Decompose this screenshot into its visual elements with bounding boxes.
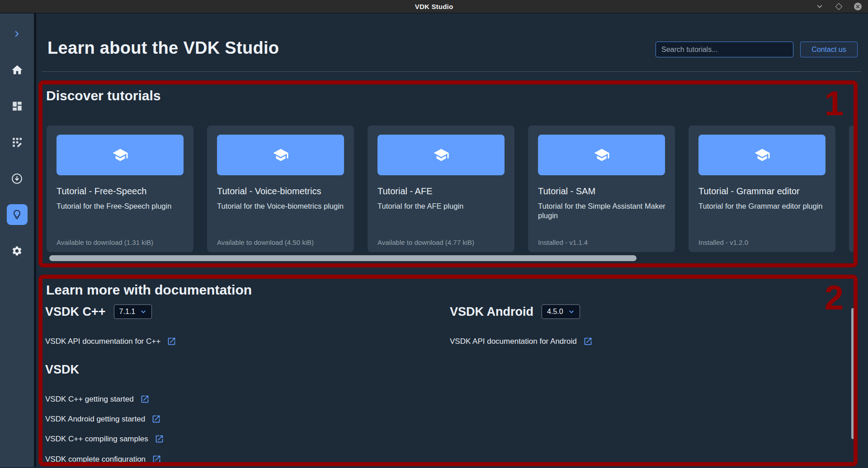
card-status: Available to download (4.50 kiB) [217, 239, 314, 246]
page-title: Learn about the VDK Studio [47, 38, 279, 58]
horizontal-scrollbar[interactable] [49, 255, 637, 261]
chevron-down-icon [140, 309, 146, 315]
chevron-right-icon [11, 28, 23, 40]
vsdk-cpp-getting-started-link[interactable]: VSDK C++ getting started [45, 394, 150, 404]
sidebar [0, 14, 36, 467]
link-label: VSDK API documentation for C++ [45, 337, 160, 346]
cpp-api-doc-link[interactable]: VSDK API documentation for C++ [45, 337, 176, 346]
tutorial-card-partial[interactable] [849, 126, 854, 252]
card-description: Tutorial for the Grammar editor plugin [698, 201, 827, 211]
titlebar: VDK Studio [0, 0, 868, 14]
card-title: Tutorial - SAM [538, 186, 595, 197]
close-button[interactable] [854, 2, 862, 10]
external-link-icon [155, 434, 164, 444]
link-label: VSDK API documentation for Android [450, 337, 577, 346]
vsdk-android-row: VSDK Android 4.5.0 [450, 304, 580, 319]
card-status: Available to download (1.31 kiB) [57, 239, 153, 246]
sidebar-item-settings[interactable] [7, 240, 28, 261]
link-label: VSDK C++ getting started [45, 395, 134, 404]
card-banner [538, 135, 665, 175]
vsdk-cpp-title: VSDK C++ [45, 305, 106, 319]
gear-icon [11, 245, 23, 257]
link-label: VSDK Android getting started [45, 415, 145, 424]
vsdk-android-title: VSDK Android [450, 305, 533, 319]
school-icon [112, 147, 128, 163]
chevron-down-icon [816, 3, 823, 10]
link-label: VSDK complete configuration [45, 455, 146, 463]
vsdk-title: VSDK [45, 363, 79, 377]
link-label: VSDK C++ compiling samples [45, 435, 148, 444]
card-title: Tutorial - Voice-biometrics [217, 186, 321, 197]
discover-tutorials-section: 1 Discover tutorials Tutorial - Free-Spe… [38, 80, 858, 267]
minimize-button[interactable] [816, 2, 824, 10]
external-link-icon [167, 337, 176, 346]
discover-tutorials-heading: Discover tutorials [46, 88, 160, 103]
school-icon [594, 147, 610, 163]
home-icon [11, 64, 24, 76]
vsdk-android-version-select[interactable]: 4.5.0 [542, 304, 580, 319]
card-banner [57, 135, 184, 175]
school-icon [754, 147, 770, 163]
card-description: Tutorial for the AFE plugin [377, 201, 506, 211]
card-status: Installed - v1.2.0 [698, 239, 748, 246]
tutorial-cards-row: Tutorial - Free-Speech Tutorial for the … [47, 126, 854, 252]
tutorial-card[interactable]: Tutorial - Voice-biometrics Tutorial for… [207, 126, 354, 252]
android-api-doc-link[interactable]: VSDK API documentation for Android [450, 337, 593, 346]
maximize-button[interactable] [835, 2, 843, 10]
card-status: Installed - v1.1.4 [538, 239, 588, 246]
documentation-heading: Learn more with documentation [46, 282, 252, 298]
external-link-icon [140, 394, 150, 404]
vsdk-android-getting-started-link[interactable]: VSDK Android getting started [45, 414, 161, 424]
vsdk-cpp-version-select[interactable]: 7.1.1 [114, 304, 152, 319]
vsdk-cpp-row: VSDK C++ 7.1.1 [45, 304, 152, 319]
vertical-scrollbar[interactable] [851, 308, 854, 439]
card-banner [377, 135, 505, 175]
vsdk-complete-configuration-link[interactable]: VSDK complete configuration [45, 454, 161, 462]
card-status: Available to download (4.77 kiB) [377, 239, 474, 246]
tutorial-card[interactable]: Tutorial - Grammar editor Tutorial for t… [689, 126, 835, 252]
card-description: Tutorial for the Simple Assistant Maker … [538, 201, 667, 221]
vsdk-cpp-compiling-samples-link[interactable]: VSDK C++ compiling samples [45, 434, 164, 444]
sidebar-item-expand[interactable] [7, 23, 28, 44]
vsdk-row: VSDK [45, 363, 79, 377]
documentation-section: 2 Learn more with documentation VSDK C++… [38, 275, 858, 466]
card-description: Tutorial for the Voice-biometrics plugin [217, 201, 346, 211]
window-title: VDK Studio [415, 3, 453, 10]
card-title: Tutorial - AFE [377, 186, 433, 197]
contact-us-button[interactable]: Contact us [800, 42, 858, 57]
external-link-icon [152, 454, 161, 462]
sidebar-item-home[interactable] [7, 60, 28, 80]
card-title: Tutorial - Grammar editor [698, 186, 800, 197]
card-description: Tutorial for the Free-Speech plugin [57, 201, 185, 211]
external-link-icon [583, 337, 593, 346]
main-content: Learn about the VDK Studio Contact us 1 … [36, 14, 868, 467]
card-banner [217, 135, 344, 175]
vsdk-android-version-value: 4.5.0 [547, 308, 563, 316]
annotation-number-1: 1 [825, 86, 844, 121]
external-link-icon [151, 414, 161, 424]
diamond-icon [835, 3, 842, 10]
search-input[interactable] [656, 42, 793, 57]
download-icon [11, 173, 23, 185]
sidebar-item-dashboard[interactable] [7, 96, 28, 117]
header-divider [42, 71, 861, 72]
school-icon [273, 147, 289, 163]
annotation-number-2: 2 [825, 281, 844, 315]
tutorial-card[interactable]: Tutorial - Free-Speech Tutorial for the … [47, 126, 193, 252]
card-title: Tutorial - Free-Speech [57, 186, 146, 197]
tutorial-card[interactable]: Tutorial - AFE Tutorial for the AFE plug… [368, 126, 514, 252]
dashboard-icon [11, 100, 23, 112]
sidebar-item-learn[interactable] [7, 204, 28, 225]
grid-edit-icon [11, 136, 23, 148]
card-banner [698, 135, 826, 175]
lightbulb-icon [11, 209, 23, 221]
window-controls [816, 0, 862, 13]
tutorial-card[interactable]: Tutorial - SAM Tutorial for the Simple A… [528, 126, 675, 252]
chevron-down-icon [568, 309, 575, 315]
sidebar-item-downloads[interactable] [7, 168, 28, 189]
close-icon [854, 3, 862, 10]
school-icon [433, 147, 449, 163]
vsdk-cpp-version-value: 7.1.1 [119, 308, 136, 316]
sidebar-item-projects[interactable] [7, 132, 28, 153]
